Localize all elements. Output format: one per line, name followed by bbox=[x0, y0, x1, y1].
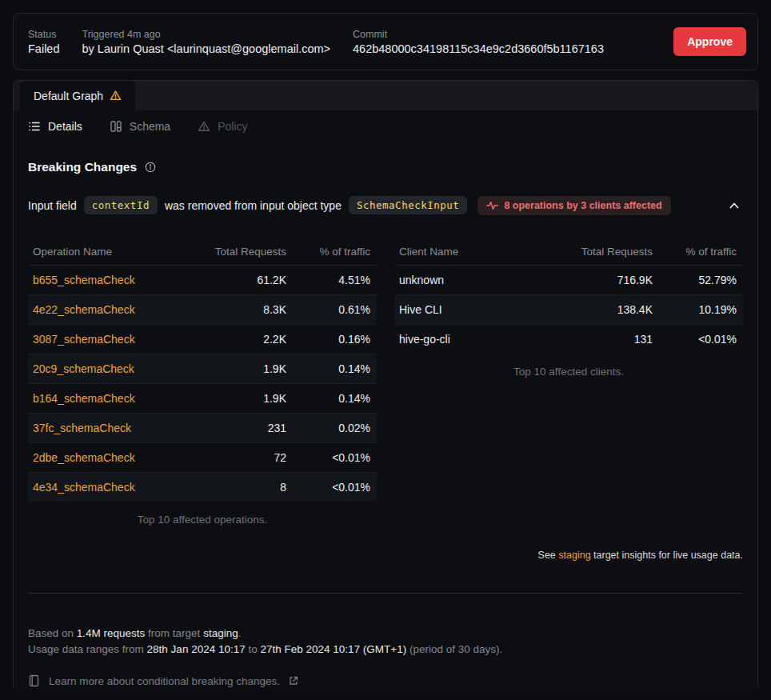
total-requests-value: 8 bbox=[194, 481, 286, 494]
total-requests-value: 231 bbox=[194, 422, 286, 434]
table-row: 37fc_schemaCheck2310.02% bbox=[28, 413, 377, 442]
breaking-change-row: Input field contextId was removed from i… bbox=[28, 196, 743, 215]
clients-table-header: Client Name Total Requests % of traffic bbox=[394, 239, 743, 265]
info-icon[interactable] bbox=[145, 162, 156, 173]
list-icon bbox=[28, 120, 41, 133]
operation-name-link[interactable]: 3087_schemaCheck bbox=[33, 333, 194, 346]
col-traffic: % of traffic bbox=[286, 246, 370, 258]
tab-policy-label: Policy bbox=[218, 120, 247, 133]
total-requests-value: 138.4K bbox=[561, 303, 653, 316]
breaking-changes-title: Breaking Changes bbox=[28, 160, 137, 174]
operation-name-link[interactable]: b164_schemaCheck bbox=[33, 392, 194, 405]
traffic-percent-value: 0.02% bbox=[286, 422, 370, 434]
tab-schema[interactable]: Schema bbox=[110, 120, 170, 133]
learn-more-label: Learn more about conditional breaking ch… bbox=[49, 675, 280, 687]
based-prefix: Based on bbox=[28, 627, 77, 639]
traffic-percent-value: 0.61% bbox=[286, 303, 370, 316]
col-client-name: Client Name bbox=[399, 246, 561, 258]
operation-name-link[interactable]: 4e22_schemaCheck bbox=[33, 303, 194, 316]
insights-note-suffix: target insights for live usage data. bbox=[591, 550, 743, 561]
commit-label: Commit bbox=[353, 29, 604, 40]
graph-tab-label: Default Graph bbox=[34, 90, 103, 102]
insights-note-prefix: See bbox=[538, 550, 559, 561]
table-row: Hive CLI138.4K10.19% bbox=[394, 294, 743, 324]
breaking-changes-header: Breaking Changes bbox=[28, 160, 743, 174]
triggered-block: Triggered 4m ago by Laurin Quast <laurin… bbox=[82, 29, 331, 55]
col-operation-name: Operation Name bbox=[33, 246, 194, 258]
table-row: 4e34_schemaCheck8<0.01% bbox=[28, 472, 377, 502]
tab-policy[interactable]: Policy bbox=[198, 120, 247, 133]
insights-note: See staging target insights for live usa… bbox=[28, 550, 743, 561]
col-total-requests: Total Requests bbox=[561, 246, 653, 258]
triggered-label: Triggered 4m ago bbox=[82, 29, 331, 40]
warning-triangle-icon bbox=[198, 120, 210, 133]
staging-target-link[interactable]: staging bbox=[558, 550, 590, 561]
warning-icon bbox=[110, 90, 122, 102]
approve-button[interactable]: Approve bbox=[673, 27, 746, 56]
total-requests-value: 1.9K bbox=[194, 392, 286, 405]
total-requests-value: 716.9K bbox=[561, 274, 653, 286]
change-text-middle: was removed from input object type bbox=[165, 199, 342, 212]
operations-table: Operation Name Total Requests % of traff… bbox=[28, 239, 377, 526]
tab-details[interactable]: Details bbox=[28, 120, 82, 133]
traffic-percent-value: 10.19% bbox=[653, 303, 737, 316]
traffic-percent-value: <0.01% bbox=[653, 333, 737, 346]
triggered-author: by Laurin Quast <laurinquast@googlemail.… bbox=[82, 42, 331, 55]
total-requests-value: 8.3K bbox=[194, 303, 286, 316]
date-range-line: Usage data ranges from 28th Jan 2024 10:… bbox=[28, 642, 743, 658]
clients-caption: Top 10 affected clients. bbox=[394, 366, 743, 378]
target-name: staging bbox=[203, 627, 238, 639]
table-row: b655_schemaCheck61.2K4.51% bbox=[28, 265, 377, 294]
traffic-percent-value: 0.16% bbox=[286, 333, 370, 346]
usage-footer: Based on 1.4M requests from target stagi… bbox=[28, 626, 743, 658]
operations-table-header: Operation Name Total Requests % of traff… bbox=[28, 239, 377, 265]
tab-details-label: Details bbox=[48, 120, 82, 133]
operation-name-link[interactable]: 2dbe_schemaCheck bbox=[33, 451, 194, 464]
details-content: Breaking Changes Input field contextId w… bbox=[14, 142, 757, 688]
operations-caption: Top 10 affected operations. bbox=[28, 514, 377, 526]
status-value: Failed bbox=[28, 42, 60, 55]
page: Status Failed Triggered 4m ago by Laurin… bbox=[0, 0, 771, 700]
ranges-suffix: (period of 30 days). bbox=[406, 643, 502, 655]
table-row: 20c9_schemaCheck1.9K0.14% bbox=[28, 354, 377, 383]
total-requests-value: 72 bbox=[194, 451, 286, 464]
total-requests-value: 1.9K bbox=[194, 362, 286, 375]
tab-schema-label: Schema bbox=[130, 120, 170, 133]
traffic-percent-value: 0.14% bbox=[286, 362, 370, 375]
client-name: hive-go-cli bbox=[399, 333, 561, 346]
commit-hash: 462b48000c34198115c34e9c2d3660f5b1167163 bbox=[353, 42, 604, 55]
pulse-icon bbox=[486, 201, 498, 210]
commit-block: Commit 462b48000c34198115c34e9c2d3660f5b… bbox=[353, 29, 604, 55]
table-row: 2dbe_schemaCheck72<0.01% bbox=[28, 442, 377, 472]
date-to: 27th Feb 2024 10:17 (GMT+1) bbox=[260, 643, 406, 655]
status-label: Status bbox=[28, 29, 60, 40]
date-from: 28th Jan 2024 10:17 bbox=[147, 643, 246, 655]
operation-name-link[interactable]: b655_schemaCheck bbox=[33, 274, 194, 286]
footer-divider bbox=[28, 593, 743, 594]
book-icon bbox=[28, 674, 40, 687]
traffic-percent-value: <0.01% bbox=[286, 481, 370, 494]
operation-name-link[interactable]: 4e34_schemaCheck bbox=[33, 481, 194, 494]
based-on-line: Based on 1.4M requests from target stagi… bbox=[28, 626, 743, 642]
affected-operations-badge[interactable]: 8 operations by 3 clients affected bbox=[477, 196, 670, 215]
field-code-chip: contextId bbox=[84, 196, 158, 214]
schema-icon bbox=[110, 120, 122, 133]
learn-more-link[interactable]: Learn more about conditional breaking ch… bbox=[28, 674, 743, 687]
collapse-chevron-button[interactable] bbox=[725, 198, 743, 214]
affected-badge-label: 8 operations by 3 clients affected bbox=[504, 200, 661, 211]
traffic-percent-value: <0.01% bbox=[286, 451, 370, 464]
tab-default-graph[interactable]: Default Graph bbox=[20, 81, 135, 110]
operation-name-link[interactable]: 20c9_schemaCheck bbox=[33, 362, 194, 375]
total-requests-value: 61.2K bbox=[194, 274, 286, 286]
external-link-icon bbox=[289, 676, 298, 686]
operation-name-link[interactable]: 37fc_schemaCheck bbox=[33, 422, 194, 434]
clients-table: Client Name Total Requests % of traffic … bbox=[394, 239, 743, 378]
from-target-text: from target bbox=[145, 627, 203, 639]
total-requests-value: 131 bbox=[561, 333, 653, 346]
graph-tab-strip: Default Graph bbox=[14, 81, 757, 110]
total-requests-value: 2.2K bbox=[194, 333, 286, 346]
operations-rows: b655_schemaCheck61.2K4.51%4e22_schemaChe… bbox=[28, 265, 377, 502]
table-row: 3087_schemaCheck2.2K0.16% bbox=[28, 324, 377, 354]
check-details-card: Default Graph Details bbox=[13, 80, 758, 687]
client-name: Hive CLI bbox=[399, 303, 561, 316]
